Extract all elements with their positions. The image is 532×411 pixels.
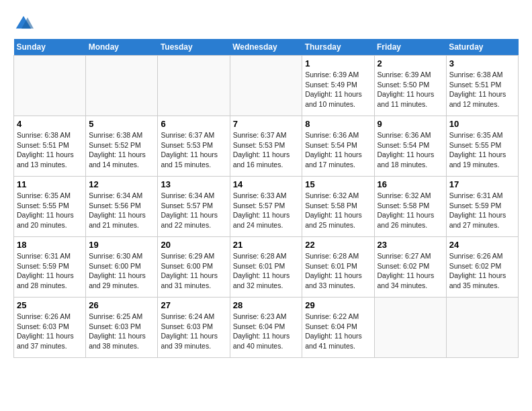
calendar-cell: 10Sunrise: 6:35 AMSunset: 5:55 PMDayligh… <box>446 116 518 177</box>
calendar-cell: 7Sunrise: 6:37 AMSunset: 5:53 PMDaylight… <box>230 116 302 177</box>
day-info: Sunrise: 6:35 AMSunset: 5:55 PMDaylight:… <box>449 130 515 170</box>
calendar-cell: 9Sunrise: 6:36 AMSunset: 5:54 PMDaylight… <box>374 116 446 177</box>
calendar-cell: 27Sunrise: 6:24 AMSunset: 6:03 PMDayligh… <box>158 298 230 358</box>
calendar-cell <box>230 56 302 116</box>
day-number: 19 <box>89 240 154 250</box>
calendar-cell: 19Sunrise: 6:30 AMSunset: 6:00 PMDayligh… <box>86 237 158 298</box>
day-info: Sunrise: 6:31 AMSunset: 5:59 PMDaylight:… <box>449 191 515 230</box>
day-number: 13 <box>161 179 226 189</box>
day-number: 2 <box>378 58 443 68</box>
day-info: Sunrise: 6:32 AMSunset: 5:58 PMDaylight:… <box>378 191 443 230</box>
calendar-cell <box>86 56 158 116</box>
calendar-cell: 25Sunrise: 6:26 AMSunset: 6:03 PMDayligh… <box>14 298 86 358</box>
day-number: 17 <box>449 179 515 189</box>
calendar-cell: 29Sunrise: 6:22 AMSunset: 6:04 PMDayligh… <box>302 298 374 358</box>
calendar-cell: 18Sunrise: 6:31 AMSunset: 5:59 PMDayligh… <box>14 237 86 298</box>
day-info: Sunrise: 6:37 AMSunset: 5:53 PMDaylight:… <box>161 130 226 170</box>
day-number: 18 <box>17 240 83 250</box>
day-info: Sunrise: 6:39 AMSunset: 5:49 PMDaylight:… <box>305 70 371 109</box>
day-info: Sunrise: 6:25 AMSunset: 6:03 PMDaylight:… <box>89 312 154 351</box>
calendar-cell: 1Sunrise: 6:39 AMSunset: 5:49 PMDaylight… <box>302 56 374 116</box>
calendar-cell <box>14 56 86 116</box>
day-info: Sunrise: 6:35 AMSunset: 5:55 PMDaylight:… <box>17 191 83 230</box>
calendar-week-row: 11Sunrise: 6:35 AMSunset: 5:55 PMDayligh… <box>14 177 519 237</box>
day-number: 8 <box>305 119 371 129</box>
calendar-cell: 3Sunrise: 6:38 AMSunset: 5:51 PMDaylight… <box>446 56 518 116</box>
day-info: Sunrise: 6:30 AMSunset: 6:00 PMDaylight:… <box>89 251 154 291</box>
calendar-week-row: 18Sunrise: 6:31 AMSunset: 5:59 PMDayligh… <box>14 237 519 298</box>
day-number: 22 <box>305 240 371 250</box>
day-info: Sunrise: 6:38 AMSunset: 5:52 PMDaylight:… <box>89 130 154 170</box>
calendar-table: SundayMondayTuesdayWednesdayThursdayFrid… <box>13 39 519 358</box>
day-number: 11 <box>17 179 83 189</box>
day-info: Sunrise: 6:29 AMSunset: 6:00 PMDaylight:… <box>161 251 226 291</box>
day-number: 29 <box>305 300 371 310</box>
day-info: Sunrise: 6:26 AMSunset: 6:03 PMDaylight:… <box>17 312 83 351</box>
day-number: 5 <box>89 119 154 129</box>
day-number: 20 <box>161 240 226 250</box>
calendar-cell: 11Sunrise: 6:35 AMSunset: 5:55 PMDayligh… <box>14 177 86 237</box>
day-number: 24 <box>449 240 515 250</box>
calendar-cell: 6Sunrise: 6:37 AMSunset: 5:53 PMDaylight… <box>158 116 230 177</box>
day-of-week-header: Thursday <box>302 39 374 56</box>
calendar-cell: 2Sunrise: 6:39 AMSunset: 5:50 PMDaylight… <box>374 56 446 116</box>
calendar-cell: 16Sunrise: 6:32 AMSunset: 5:58 PMDayligh… <box>374 177 446 237</box>
day-number: 10 <box>449 119 515 129</box>
day-info: Sunrise: 6:34 AMSunset: 5:56 PMDaylight:… <box>89 191 154 230</box>
day-info: Sunrise: 6:37 AMSunset: 5:53 PMDaylight:… <box>233 130 300 170</box>
calendar-cell: 12Sunrise: 6:34 AMSunset: 5:56 PMDayligh… <box>86 177 158 237</box>
calendar-cell: 22Sunrise: 6:28 AMSunset: 6:01 PMDayligh… <box>302 237 374 298</box>
calendar-cell: 24Sunrise: 6:26 AMSunset: 6:02 PMDayligh… <box>446 237 518 298</box>
day-info: Sunrise: 6:31 AMSunset: 5:59 PMDaylight:… <box>17 251 83 291</box>
day-info: Sunrise: 6:38 AMSunset: 5:51 PMDaylight:… <box>17 130 83 170</box>
day-info: Sunrise: 6:39 AMSunset: 5:50 PMDaylight:… <box>378 70 443 109</box>
day-info: Sunrise: 6:32 AMSunset: 5:58 PMDaylight:… <box>305 191 371 230</box>
calendar-cell: 23Sunrise: 6:27 AMSunset: 6:02 PMDayligh… <box>374 237 446 298</box>
calendar-cell: 5Sunrise: 6:38 AMSunset: 5:52 PMDaylight… <box>86 116 158 177</box>
calendar-cell: 17Sunrise: 6:31 AMSunset: 5:59 PMDayligh… <box>446 177 518 237</box>
day-of-week-header: Sunday <box>14 39 86 56</box>
logo-icon <box>13 13 34 34</box>
day-number: 1 <box>305 58 371 68</box>
day-number: 21 <box>233 240 300 250</box>
day-info: Sunrise: 6:34 AMSunset: 5:57 PMDaylight:… <box>161 191 226 230</box>
day-of-week-header: Tuesday <box>158 39 230 56</box>
day-number: 15 <box>305 179 371 189</box>
calendar-week-row: 4Sunrise: 6:38 AMSunset: 5:51 PMDaylight… <box>14 116 519 177</box>
day-info: Sunrise: 6:24 AMSunset: 6:03 PMDaylight:… <box>161 312 226 351</box>
day-number: 23 <box>378 240 443 250</box>
day-number: 28 <box>233 300 300 310</box>
calendar-cell: 15Sunrise: 6:32 AMSunset: 5:58 PMDayligh… <box>302 177 374 237</box>
calendar-cell: 21Sunrise: 6:28 AMSunset: 6:01 PMDayligh… <box>230 237 302 298</box>
day-info: Sunrise: 6:28 AMSunset: 6:01 PMDaylight:… <box>305 251 371 291</box>
day-number: 7 <box>233 119 300 129</box>
day-of-week-header: Saturday <box>446 39 518 56</box>
day-info: Sunrise: 6:22 AMSunset: 6:04 PMDaylight:… <box>305 312 371 351</box>
day-number: 27 <box>161 300 226 310</box>
calendar-header-row: SundayMondayTuesdayWednesdayThursdayFrid… <box>14 39 519 56</box>
calendar-cell <box>158 56 230 116</box>
day-info: Sunrise: 6:36 AMSunset: 5:54 PMDaylight:… <box>305 130 371 170</box>
day-info: Sunrise: 6:27 AMSunset: 6:02 PMDaylight:… <box>378 251 443 291</box>
day-number: 16 <box>378 179 443 189</box>
calendar-cell: 28Sunrise: 6:23 AMSunset: 6:04 PMDayligh… <box>230 298 302 358</box>
day-number: 14 <box>233 179 300 189</box>
day-info: Sunrise: 6:23 AMSunset: 6:04 PMDaylight:… <box>233 312 300 351</box>
calendar-cell: 13Sunrise: 6:34 AMSunset: 5:57 PMDayligh… <box>158 177 230 237</box>
logo <box>13 13 36 34</box>
day-info: Sunrise: 6:26 AMSunset: 6:02 PMDaylight:… <box>449 251 515 291</box>
calendar-week-row: 1Sunrise: 6:39 AMSunset: 5:49 PMDaylight… <box>14 56 519 116</box>
day-info: Sunrise: 6:36 AMSunset: 5:54 PMDaylight:… <box>378 130 443 170</box>
day-number: 12 <box>89 179 154 189</box>
day-number: 3 <box>449 58 515 68</box>
day-number: 4 <box>17 119 83 129</box>
calendar-cell: 8Sunrise: 6:36 AMSunset: 5:54 PMDaylight… <box>302 116 374 177</box>
day-of-week-header: Monday <box>86 39 158 56</box>
day-of-week-header: Friday <box>374 39 446 56</box>
calendar-cell: 26Sunrise: 6:25 AMSunset: 6:03 PMDayligh… <box>86 298 158 358</box>
day-number: 25 <box>17 300 83 310</box>
day-info: Sunrise: 6:33 AMSunset: 5:57 PMDaylight:… <box>233 191 300 230</box>
day-of-week-header: Wednesday <box>230 39 302 56</box>
day-info: Sunrise: 6:28 AMSunset: 6:01 PMDaylight:… <box>233 251 300 291</box>
day-number: 26 <box>89 300 154 310</box>
